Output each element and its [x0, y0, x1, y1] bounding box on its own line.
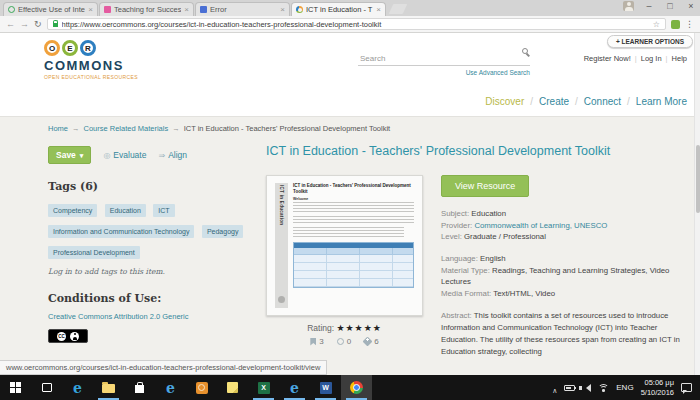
bookmark-star-icon[interactable] — [653, 20, 660, 29]
tab-close-icon[interactable] — [376, 6, 381, 14]
tag-chip[interactable]: Pedagogy — [202, 225, 244, 238]
maximize-button[interactable] — [664, 1, 676, 11]
breadcrumb: Home Course Related Materials ICT in Edu… — [0, 117, 700, 138]
tab-ict-in-education-active[interactable]: ICT in Education - T — [291, 2, 386, 16]
cc-icon: CC — [57, 332, 66, 341]
cc-by-badge[interactable]: CC — [48, 329, 88, 343]
browser-menu-icon[interactable] — [685, 19, 694, 29]
nav-separator — [530, 96, 533, 107]
meta-media-format: Media Format: Text/HTML, Video — [441, 288, 691, 300]
tag-chip[interactable]: Education — [105, 204, 146, 217]
learner-options-button[interactable]: + LEARNER OPTIONS — [607, 35, 693, 48]
rating-row: Rating: ★★★★★ — [266, 323, 423, 333]
taskbar-edge[interactable]: e — [62, 375, 93, 400]
volume-icon[interactable] — [582, 384, 591, 392]
thumbnail-text-lines — [293, 202, 414, 213]
wifi-icon[interactable] — [598, 384, 609, 392]
browser-toolbar: https://www.oercommons.org/courses/ict-i… — [0, 16, 700, 33]
tab-close-icon[interactable] — [280, 6, 285, 14]
saves-stat[interactable]: 3 — [310, 337, 323, 346]
url-text[interactable]: https://www.oercommons.org/courses/ict-i… — [62, 20, 649, 29]
advanced-search-link[interactable]: Use Advanced Search — [358, 69, 530, 76]
comments-stat[interactable]: 0 — [337, 337, 351, 346]
start-button[interactable] — [0, 375, 31, 400]
search-icon[interactable] — [522, 48, 528, 54]
reload-icon[interactable] — [34, 20, 42, 29]
tab-title: Teaching for Succes — [114, 5, 181, 14]
tab-error[interactable]: Error — [195, 2, 290, 16]
tag-chip[interactable]: Information and Communication Technology — [48, 225, 194, 238]
close-button[interactable] — [685, 1, 697, 11]
login-note[interactable]: Log in to add tags to this item. — [48, 267, 260, 276]
address-bar[interactable]: https://www.oercommons.org/courses/ict-i… — [47, 18, 666, 30]
tab-effective-use[interactable]: Effective Use of Inte — [3, 2, 98, 16]
language-indicator[interactable]: ENG — [616, 383, 633, 392]
scrollbar-thumb[interactable] — [696, 145, 700, 213]
tag-chip[interactable]: ICT — [153, 204, 174, 217]
tab-favicon — [104, 6, 111, 13]
battery-icon[interactable] — [564, 385, 575, 391]
minimize-button[interactable] — [643, 1, 655, 11]
help-link[interactable]: Help — [672, 54, 687, 63]
tag-chip[interactable]: Competency — [48, 204, 97, 217]
oer-commons-logo[interactable]: O E R COMMONS OPEN EDUCATIONAL RESOURCES — [44, 40, 138, 80]
show-hidden-icons-chevron[interactable] — [552, 379, 557, 397]
align-button[interactable]: Align — [158, 150, 187, 160]
provider-link[interactable]: Commonwealth of Learning, UNESCO — [474, 221, 607, 230]
tab-close-icon[interactable] — [184, 6, 189, 14]
meta-level: Level: Graduate / Professional — [441, 231, 691, 243]
license-link[interactable]: Creative Commons Attribution 2.0 Generic — [48, 312, 260, 321]
extension-icon[interactable] — [671, 20, 680, 29]
profile-avatar-icon[interactable] — [623, 1, 634, 11]
evaluate-button[interactable]: Evaluate — [103, 150, 146, 160]
logo-tagline: OPEN EDUCATIONAL RESOURCES — [44, 74, 138, 80]
taskbar-store[interactable] — [124, 375, 155, 400]
nav-create[interactable]: Create — [539, 96, 569, 107]
resource-details: View Resource Subject: Education Provide… — [441, 175, 691, 358]
thumbnail-sidebar: ICT in Education — [275, 183, 288, 308]
clock[interactable]: 05:06 μμ 5/10/2016 — [641, 378, 674, 398]
action-center-icon[interactable] — [681, 383, 692, 392]
https-lock-icon[interactable] — [53, 23, 58, 27]
tag-chip[interactable]: Professional Development — [48, 246, 140, 259]
login-link[interactable]: Log In — [641, 54, 662, 63]
nav-separator — [575, 96, 578, 107]
tab-title: Effective Use of Inte — [18, 5, 85, 14]
taskbar-excel[interactable]: X — [248, 375, 279, 400]
tab-teaching-for-success[interactable]: Teaching for Succes — [99, 2, 194, 16]
nav-connect[interactable]: Connect — [584, 96, 621, 107]
back-icon[interactable] — [6, 20, 15, 29]
taskbar-word[interactable]: W — [310, 375, 341, 400]
tray-time: 05:06 μμ — [641, 378, 674, 388]
taskbar-chrome-active[interactable] — [341, 375, 372, 400]
new-tab-button[interactable] — [389, 4, 408, 14]
search-input[interactable] — [358, 52, 530, 66]
meta-label: Subject: — [441, 209, 469, 218]
task-view-button[interactable] — [31, 375, 62, 400]
excel-icon: X — [258, 382, 270, 394]
evaluate-label: Evaluate — [113, 150, 146, 160]
tab-close-icon[interactable] — [88, 6, 93, 14]
view-resource-button[interactable]: View Resource — [441, 175, 529, 197]
logo-circle-e: E — [62, 40, 78, 56]
align-icon — [158, 150, 165, 160]
taskbar-orange-app[interactable] — [186, 375, 217, 400]
resource-thumbnail[interactable]: ICT in Education ICT in Education - Teac… — [266, 175, 423, 316]
breadcrumb-course-related-materials[interactable]: Course Related Materials — [84, 124, 169, 133]
nav-discover[interactable]: Discover — [485, 96, 524, 107]
taskbar-internet-explorer[interactable]: e — [155, 375, 186, 400]
save-button[interactable]: Save — [48, 146, 91, 164]
taskbar-internet-explorer-2[interactable]: e — [279, 375, 310, 400]
thumbnail-text-lines — [293, 227, 404, 238]
breadcrumb-home[interactable]: Home — [48, 124, 68, 133]
taskbar-file-explorer[interactable] — [93, 375, 124, 400]
forward-icon[interactable] — [20, 20, 29, 29]
tags-stat[interactable]: 6 — [364, 337, 378, 346]
page-scrollbar[interactable] — [694, 33, 700, 375]
rating-stars[interactable]: ★★★★★ — [336, 323, 381, 333]
auth-links: Register Now! Log In Help — [584, 54, 687, 63]
nav-learn-more[interactable]: Learn More — [636, 96, 687, 107]
taskbar-sticky-notes[interactable] — [217, 375, 248, 400]
register-link[interactable]: Register Now! — [584, 54, 631, 63]
thumbnail-sidebar-text: ICT in Education — [279, 183, 284, 308]
